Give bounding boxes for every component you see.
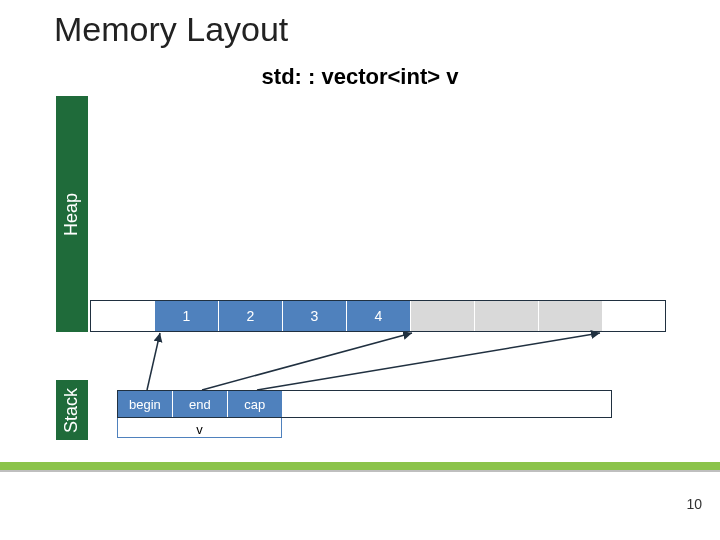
stack-cell <box>501 391 556 417</box>
stack-object-row: beginendcap <box>117 390 612 418</box>
stack-cell <box>282 391 337 417</box>
stack-cell <box>556 391 611 417</box>
stack-cell: end <box>172 391 227 417</box>
stack-cell <box>337 391 392 417</box>
stack-cell <box>446 391 501 417</box>
heap-cell <box>602 301 665 331</box>
stack-region-label: Stack <box>56 380 88 440</box>
stack-cell: cap <box>227 391 282 417</box>
stack-cell <box>391 391 446 417</box>
heap-array-row: 1234 <box>90 300 666 332</box>
heap-region-label: Heap <box>56 96 88 332</box>
stack-cell: begin <box>118 391 172 417</box>
heap-cell <box>538 301 602 331</box>
heap-cell: 3 <box>282 301 346 331</box>
arrow-end <box>202 333 412 390</box>
heap-cell <box>91 301 154 331</box>
page-number: 10 <box>686 496 702 512</box>
heap-label-text: Heap <box>62 192 83 235</box>
v-brace-label: v <box>117 418 282 438</box>
arrow-begin <box>147 333 160 390</box>
stack-label-text: Stack <box>62 387 83 432</box>
footer-divider <box>0 470 720 472</box>
heap-cell: 1 <box>154 301 218 331</box>
slide-title: Memory Layout <box>54 10 288 49</box>
heap-cell <box>410 301 474 331</box>
heap-cell: 2 <box>218 301 282 331</box>
heap-cell <box>474 301 538 331</box>
arrow-cap <box>257 333 600 390</box>
footer-accent-bar <box>0 462 720 470</box>
v-label-text: v <box>196 422 203 437</box>
slide-subtitle: std: : vector<int> v <box>0 64 720 90</box>
heap-cell: 4 <box>346 301 410 331</box>
